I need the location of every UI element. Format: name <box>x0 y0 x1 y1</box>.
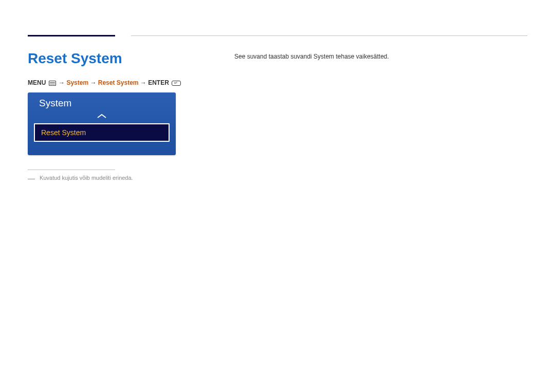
breadcrumb-menu-label: MENU <box>28 79 46 86</box>
enter-icon <box>172 81 181 86</box>
header-accent-bar <box>28 35 115 36</box>
page-description: See suvand taastab suvandi System tehase… <box>234 53 389 60</box>
breadcrumb-arrow-3: → <box>140 79 148 86</box>
footnote-dash: ― <box>28 174 35 182</box>
breadcrumb-enter-label: ENTER <box>148 79 169 86</box>
header-divider <box>131 35 527 36</box>
breadcrumb-reset-system: Reset System <box>98 79 139 86</box>
menu-header: System <box>28 92 176 112</box>
breadcrumb: MENU → System → Reset System → ENTER <box>28 79 182 86</box>
menu-item-reset-system[interactable]: Reset System <box>34 123 170 142</box>
menu-panel: System Reset System <box>28 92 176 155</box>
footnote: ― Kuvatud kujutis võib mudeliti erineda. <box>28 174 133 182</box>
chevron-up-icon[interactable] <box>28 112 176 123</box>
breadcrumb-system: System <box>66 79 88 86</box>
footnote-divider <box>28 170 115 170</box>
breadcrumb-arrow-1: → <box>59 79 66 86</box>
page-title: Reset System <box>28 50 122 67</box>
footnote-text: Kuvatud kujutis võib mudeliti erineda. <box>40 175 133 181</box>
menu-icon <box>49 81 56 86</box>
breadcrumb-arrow-2: → <box>90 79 98 86</box>
